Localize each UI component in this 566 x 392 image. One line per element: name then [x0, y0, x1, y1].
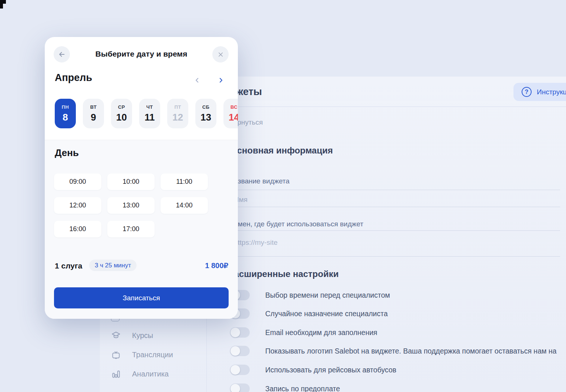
toggle-switch[interactable]	[230, 346, 250, 356]
chevron-left-icon	[194, 77, 201, 84]
day-chip-12[interactable]: ПТ12	[167, 99, 188, 128]
day-chip-10[interactable]: СР10	[111, 99, 132, 128]
day-chip-14[interactable]: ВС14	[223, 99, 238, 128]
instruction-button-label: Инструкция	[537, 88, 566, 96]
day-section-title: День	[55, 147, 79, 159]
section-heading-advanced: Расширенные настройки	[228, 269, 338, 279]
field-underline	[229, 256, 560, 257]
sidebar-item-courses[interactable]: Курсы	[111, 331, 153, 341]
toggle-row: Выбор времени перед специалистом	[230, 290, 390, 300]
toggle-row: Запись по предоплате	[230, 383, 340, 392]
time-slot-13-00[interactable]: 13:00	[107, 197, 155, 214]
day-number: 14	[229, 112, 238, 123]
day-number: 9	[91, 112, 96, 123]
toggle-knob	[230, 365, 240, 375]
toggle-label: Запись по предоплате	[265, 385, 340, 392]
widget-domain-input[interactable]: https://my-site	[234, 239, 277, 247]
duration-badge: 3 ч 25 минут	[89, 260, 137, 271]
next-month-button[interactable]	[216, 75, 226, 85]
day-number: 13	[201, 112, 211, 123]
close-icon	[217, 51, 224, 58]
toggle-row: Случайное назначение специалиста	[230, 308, 388, 319]
day-of-week-label: СБ	[202, 104, 210, 110]
modal-title: Выберите дату и время	[45, 50, 238, 58]
day-chip-9[interactable]: ВТ9	[83, 99, 104, 128]
toggle-label: Email необходим для заполнения	[265, 328, 377, 337]
days-row: ПН8ВТ9СР10ЧТ11ПТ12СБ13ВС14	[55, 99, 238, 128]
time-slot-09-00[interactable]: 09:00	[54, 173, 101, 190]
day-chip-8[interactable]: ПН8	[55, 99, 76, 128]
day-number: 12	[172, 112, 183, 123]
toggle-knob	[230, 384, 240, 392]
time-slot-14-00[interactable]: 14:00	[161, 197, 208, 214]
toggle-switch[interactable]	[230, 365, 250, 375]
day-number: 11	[145, 112, 155, 123]
sidebar-item-analytics[interactable]: Аналитика	[111, 369, 169, 379]
toggle-switch[interactable]	[230, 383, 250, 392]
previous-month-button[interactable]	[192, 75, 202, 85]
date-time-picker-modal: Выберите дату и время Апрель ПН8ВТ9СР10Ч…	[45, 37, 238, 319]
total-price: 1 800₽	[205, 261, 228, 270]
header-divider	[207, 107, 566, 107]
toggle-knob	[230, 346, 240, 356]
field-underline	[229, 190, 560, 190]
time-slot-12-00[interactable]: 12:00	[54, 197, 101, 214]
day-of-week-label: ПН	[62, 104, 69, 110]
toggle-row: Email необходим для заполнения	[230, 327, 377, 338]
sidebar-item-label: Трансляции	[132, 351, 173, 359]
sidebar-item-broadcasts[interactable]: Трансляции	[111, 350, 173, 360]
chevron-right-icon	[218, 77, 224, 84]
modal-close-button[interactable]	[212, 46, 229, 62]
month-label: Апрель	[55, 72, 92, 84]
day-of-week-label: ПТ	[174, 104, 181, 110]
toggle-row: Использовать для рейсовых автобусов	[230, 365, 396, 375]
field-underline	[229, 230, 560, 231]
courses-icon	[111, 331, 121, 341]
toggle-switch[interactable]	[230, 327, 250, 338]
time-slot-10-00[interactable]: 10:00	[107, 173, 155, 190]
day-number: 8	[63, 112, 68, 123]
day-of-week-label: ВТ	[90, 104, 97, 110]
widget-domain-label: Домен, где будет использоваться виджет	[229, 220, 363, 228]
toggle-label: Использовать для рейсовых автобусов	[265, 366, 396, 374]
instruction-button[interactable]: ? Инструкция	[513, 83, 566, 101]
time-slot-17-00[interactable]: 17:00	[107, 221, 155, 237]
day-chip-13[interactable]: СБ13	[195, 99, 216, 128]
toggle-knob	[230, 328, 240, 337]
toggle-label: Случайное назначение специалиста	[265, 310, 388, 318]
time-slot-11-00[interactable]: 11:00	[161, 173, 208, 190]
screenshot-artifact	[0, 0, 6, 4]
day-of-week-label: ВС	[230, 104, 237, 110]
day-number: 10	[116, 112, 127, 123]
toggle-row: Показывать логотип Salebot на виджете. В…	[230, 346, 556, 356]
toggle-label: Выбор времени перед специалистом	[265, 291, 390, 300]
question-mark-icon: ?	[522, 87, 532, 97]
analytics-icon	[111, 369, 121, 379]
sidebar-item-label: Курсы	[132, 331, 153, 340]
day-of-week-label: СР	[118, 104, 125, 110]
service-count: 1 слуга	[55, 261, 82, 270]
day-chip-11[interactable]: ЧТ11	[139, 99, 160, 128]
field-underline	[229, 207, 560, 207]
book-button[interactable]: Записаться	[54, 287, 229, 308]
widget-name-label: Название виджета	[229, 177, 290, 185]
broadcasts-icon	[111, 350, 121, 360]
sidebar-item-label: Аналитика	[132, 370, 169, 378]
widgets-settings-panel: Виджеты ? Инструкция ← Вернуться Основна…	[207, 77, 566, 392]
toggle-label: Показывать логотип Salebot на виджете. В…	[265, 347, 556, 355]
section-heading-basic-info: Основная информация	[230, 145, 333, 156]
day-of-week-label: ЧТ	[146, 104, 153, 110]
time-slot-16-00[interactable]: 16:00	[54, 221, 101, 237]
screenshot-artifact	[0, 4, 3, 9]
